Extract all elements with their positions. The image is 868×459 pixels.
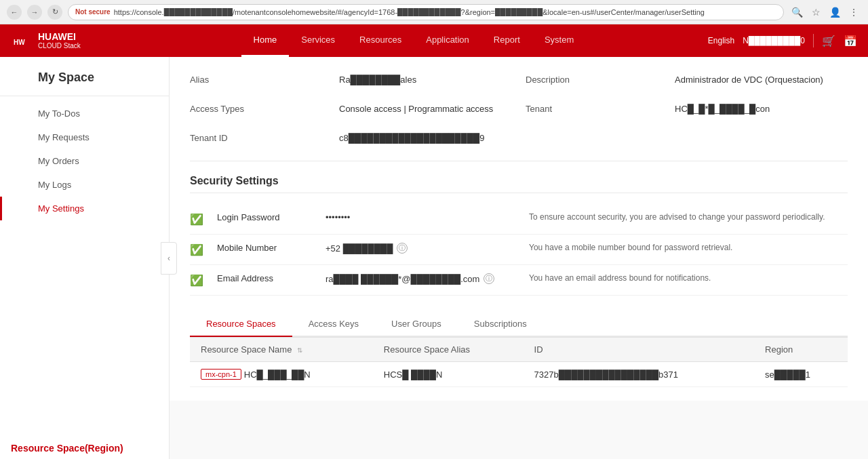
sidebar-item-logs[interactable]: My Logs (0, 173, 169, 197)
description-value: Administrador de VDC (Orquestacion) (675, 71, 848, 89)
nav-system[interactable]: System (532, 24, 586, 57)
tabs-row: Resource Spaces Access Keys User Groups … (190, 312, 848, 337)
nav-services[interactable]: Services (289, 24, 347, 57)
email-address-hint: You have an email address bound for noti… (529, 273, 848, 283)
content-area: Alias Ra████████ales Description Adminis… (170, 57, 868, 401)
table-row: mx-cpn-1 HC█_███_██N HCS█ ████N 7327b███… (190, 362, 848, 387)
table-header-row: Resource Space Name ⇅ Resource Space Ali… (190, 338, 848, 362)
forward-button[interactable]: → (27, 5, 42, 20)
sidebar-item-todos[interactable]: My To-Dos (0, 102, 169, 125)
col-resource-space-name: Resource Space Name ⇅ (190, 338, 373, 362)
tab-subscriptions[interactable]: Subscriptions (458, 312, 543, 337)
login-password-label: Login Password (217, 212, 312, 222)
nav-home[interactable]: Home (241, 24, 290, 57)
check-icon-mobile: ✅ (190, 243, 203, 256)
security-row-mobile: ✅ Mobile Number +52 ████████ ⓘ You have … (190, 235, 848, 265)
svg-text:HW: HW (14, 39, 25, 46)
resource-space-name-text: HC█_███_██N (244, 370, 311, 380)
app-header: HW HUAWEI CLOUD Stack Home Services Reso… (0, 24, 868, 57)
tenant-id-value: c8█████████████████████9 (339, 129, 512, 147)
description-label: Description (526, 71, 661, 89)
sidebar-item-orders[interactable]: My Orders (0, 149, 169, 173)
sidebar-nav: My To-Dos My Requests My Orders My Logs … (0, 96, 169, 226)
header-divider (813, 34, 814, 47)
tab-resource-spaces[interactable]: Resource Spaces (190, 312, 292, 337)
login-password-value: •••••••• (326, 212, 515, 222)
back-button[interactable]: ← (7, 5, 22, 20)
not-secure-label: Not secure (75, 8, 111, 16)
nav-menu: Home Services Resources Application Repo… (136, 24, 692, 57)
tenant-id-label: Tenant ID (190, 129, 326, 147)
access-types-label: Access Types (190, 100, 326, 118)
nav-resources[interactable]: Resources (347, 24, 414, 57)
email-address-value: ra████ ██████*@████████.com ⓘ (326, 273, 515, 284)
security-title: Security Settings (190, 175, 848, 193)
browser-icons: 🔍 ☆ 👤 ⋮ (789, 5, 861, 20)
cart-icon[interactable]: 🛒 (822, 35, 835, 47)
info-grid: Alias Ra████████ales Description Adminis… (190, 71, 848, 147)
check-icon-password: ✅ (190, 213, 203, 226)
col-resource-space-alias: Resource Space Alias (373, 338, 524, 362)
search-icon[interactable]: 🔍 (789, 5, 804, 20)
email-info-icon[interactable]: ⓘ (484, 273, 494, 284)
sort-icon-name[interactable]: ⇅ (297, 346, 302, 354)
user-info: N█████████0 (743, 36, 805, 45)
mobile-number-value: +52 ████████ ⓘ (326, 243, 515, 254)
sidebar-title: My Space (0, 57, 169, 96)
sidebar-item-requests[interactable]: My Requests (0, 125, 169, 149)
col-id: ID (524, 338, 754, 362)
language-button[interactable]: English (708, 36, 734, 45)
more-icon[interactable]: ⋮ (846, 5, 861, 20)
alias-value: Ra████████ales (339, 71, 512, 89)
resource-space-id-cell: 7327b████████████████b371 (524, 362, 754, 387)
sidebar-collapse-button[interactable]: ‹ (161, 242, 177, 275)
huawei-logo: HW (11, 30, 33, 52)
resource-space-name-cell: mx-cpn-1 HC█_███_██N (190, 362, 373, 387)
logo-area: HW HUAWEI CLOUD Stack (11, 30, 119, 52)
email-address-label: Email Address (217, 273, 312, 283)
refresh-button[interactable]: ↻ (47, 5, 62, 20)
sidebar: My Space My To-Dos My Requests My Orders… (0, 57, 170, 459)
tenant-value: HC█_█*█_████_█con (675, 100, 848, 118)
resource-space-badge: mx-cpn-1 (201, 369, 241, 380)
header-right: English N█████████0 🛒 📅 (708, 34, 857, 47)
check-icon-email: ✅ (190, 274, 203, 287)
resource-space-alias-cell: HCS█ ████N (373, 362, 524, 387)
bookmark-icon[interactable]: ☆ (808, 5, 823, 20)
mobile-number-hint: You have a mobile number bound for passw… (529, 243, 848, 252)
col-region: Region (754, 338, 848, 362)
mobile-info-icon[interactable]: ⓘ (397, 243, 408, 254)
mobile-number-label: Mobile Number (217, 243, 312, 253)
table-container: Resource Space Name ⇅ Resource Space Ali… (190, 337, 848, 387)
access-types-value: Console access | Programmatic access (339, 100, 512, 118)
tab-access-keys[interactable]: Access Keys (292, 312, 375, 337)
profile-icon[interactable]: 👤 (827, 5, 842, 20)
resource-spaces-table: Resource Space Name ⇅ Resource Space Ali… (190, 337, 848, 387)
nav-application[interactable]: Application (414, 24, 481, 57)
security-row-password: ✅ Login Password •••••••• To ensure acco… (190, 204, 848, 235)
resource-space-region-cell: se█████1 (754, 362, 848, 387)
resource-space-region-label: Resource Space(Region) (0, 437, 134, 459)
sidebar-item-settings[interactable]: My Settings (0, 197, 169, 220)
main-layout: My Space My To-Dos My Requests My Orders… (0, 57, 868, 459)
url-bar[interactable]: Not secure https://console.█████████████… (68, 4, 784, 20)
tab-user-groups[interactable]: User Groups (375, 312, 458, 337)
login-password-hint: To ensure account security, you are advi… (529, 212, 848, 222)
tabs-container: Resource Spaces Access Keys User Groups … (190, 312, 848, 337)
nav-report[interactable]: Report (481, 24, 532, 57)
url-text: https://console.█████████████/motenantco… (114, 8, 705, 16)
security-row-email: ✅ Email Address ra████ ██████*@████████.… (190, 265, 848, 296)
logo-text: HUAWEI CLOUD Stack (38, 31, 81, 51)
alias-label: Alias (190, 71, 326, 89)
calendar-icon[interactable]: 📅 (844, 35, 857, 47)
browser-bar: ← → ↻ Not secure https://console.███████… (0, 0, 868, 24)
main-content: Alias Ra████████ales Description Adminis… (170, 57, 868, 459)
tenant-label: Tenant (526, 100, 661, 118)
